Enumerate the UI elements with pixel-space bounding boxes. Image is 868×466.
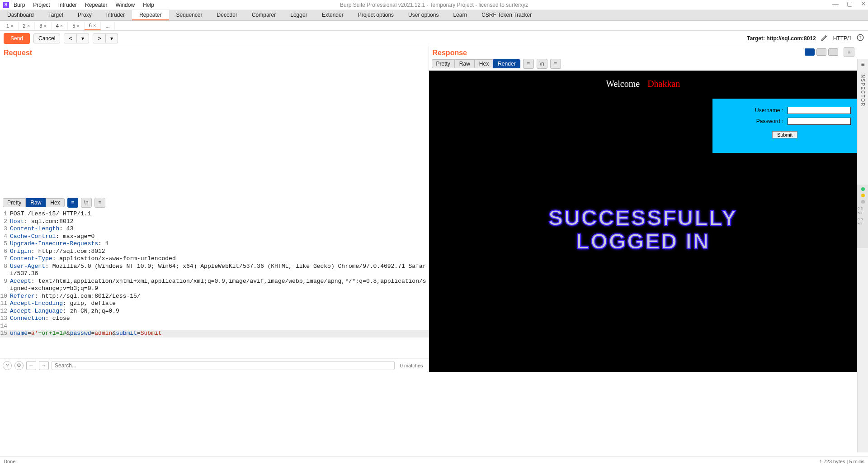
cancel-button[interactable]: Cancel xyxy=(33,33,60,43)
response-view-pretty[interactable]: Pretty xyxy=(432,59,455,68)
close-icon[interactable]: × xyxy=(60,23,63,29)
request-view-hex[interactable]: Hex xyxy=(46,198,64,207)
status-dot-grey xyxy=(861,200,865,204)
response-hamburger2-icon[interactable]: ≡ xyxy=(550,59,561,69)
subtab-3[interactable]: 3× xyxy=(35,22,52,30)
menu-project[interactable]: Project xyxy=(33,2,50,8)
history-back-button[interactable]: < xyxy=(64,33,77,43)
history-back-dropdown[interactable]: ▾ xyxy=(77,33,89,43)
menu-window[interactable]: Window xyxy=(115,2,135,8)
history-forward-group: > ▾ xyxy=(93,33,118,43)
rendered-response: Welcome Dhakkan Username : Password : Su… xyxy=(429,71,858,372)
tab-dashboard[interactable]: Dashboard xyxy=(0,10,41,20)
search-next-button[interactable]: → xyxy=(39,361,49,370)
response-panel: Response ≡ Pretty Raw Hex Render ≡ \n ≡ … xyxy=(429,46,868,372)
layout-rows-icon[interactable] xyxy=(816,48,826,56)
tab-learn[interactable]: Learn xyxy=(446,10,474,20)
menu-help[interactable]: Help xyxy=(143,2,154,8)
tab-decoder[interactable]: Decoder xyxy=(210,10,245,20)
menu-intruder[interactable]: Intruder xyxy=(58,2,77,8)
send-button[interactable]: Send xyxy=(4,33,30,44)
edit-target-icon[interactable] xyxy=(821,33,829,43)
tab-logger[interactable]: Logger xyxy=(283,10,314,20)
request-editor[interactable]: 1POST /Less-15/ HTTP/1.12Host: sql.com:8… xyxy=(0,209,429,358)
inspector-toggle-icon[interactable]: ≡ xyxy=(861,61,864,68)
status-dot-green xyxy=(861,187,865,191)
request-search-footer: ? ⚙ ← → 0 matches xyxy=(0,358,429,372)
request-view-actions-icon[interactable]: ≡ xyxy=(67,198,78,208)
tab-repeater[interactable]: Repeater xyxy=(132,10,169,20)
close-icon[interactable]: × xyxy=(76,23,79,29)
status-left: Done xyxy=(4,459,15,464)
request-hamburger-icon[interactable]: ≡ xyxy=(94,198,105,208)
maximize-button[interactable]: ▢ xyxy=(847,0,853,7)
tab-csrf-tracker[interactable]: CSRF Token Tracker xyxy=(474,10,539,20)
minimize-button[interactable]: — xyxy=(832,0,839,7)
tab-target[interactable]: Target xyxy=(41,10,71,20)
menubar: S Burp Project Intruder Repeater Window … xyxy=(0,0,868,10)
response-view-tabs: Pretty Raw Hex Render ≡ \n ≡ xyxy=(429,58,858,71)
target-label: Target: http://sql.com:8012 xyxy=(747,35,816,42)
menu-burp[interactable]: Burp xyxy=(14,2,25,8)
request-view-raw[interactable]: Raw xyxy=(26,198,46,207)
password-label: Password : xyxy=(756,118,783,124)
close-icon[interactable]: × xyxy=(27,23,30,29)
action-bar: Send Cancel < ▾ > ▾ Target: http://sql.c… xyxy=(0,31,868,46)
request-view-tabs: Pretty Raw Hex ≡ \n ≡ xyxy=(0,197,429,209)
welcome-prefix: Welcome xyxy=(606,79,640,89)
repeater-subtabs: 1× 2× 3× 4× 5× 6× ... xyxy=(0,21,868,31)
response-view-render[interactable]: Render xyxy=(493,59,520,68)
request-view-pretty[interactable]: Pretty xyxy=(3,198,26,207)
response-view-hex[interactable]: Hex xyxy=(475,59,493,68)
main-split: Request Pretty Raw Hex ≡ \n ≡ 1POST /Les… xyxy=(0,46,868,372)
status-right: 1,723 bytes | 5 millis xyxy=(820,459,864,464)
tab-intruder[interactable]: Intruder xyxy=(99,10,132,20)
login-submit-button[interactable]: Submit xyxy=(772,131,797,138)
subtab-overflow[interactable]: ... xyxy=(101,22,114,30)
menu-repeater[interactable]: Repeater xyxy=(85,2,107,8)
window-controls: — ▢ ✕ xyxy=(832,0,866,7)
close-icon[interactable]: × xyxy=(10,23,13,29)
response-hamburger-icon[interactable]: ≡ xyxy=(844,47,854,57)
tool-tabs: Dashboard Target Proxy Intruder Repeater… xyxy=(0,10,868,21)
history-forward-dropdown[interactable]: ▾ xyxy=(106,33,118,43)
response-view-raw[interactable]: Raw xyxy=(455,59,475,68)
subtab-6[interactable]: 6× xyxy=(85,21,101,30)
password-field[interactable] xyxy=(788,118,851,125)
tab-project-options[interactable]: Project options xyxy=(351,10,401,20)
tab-proxy[interactable]: Proxy xyxy=(71,10,99,20)
request-newline-icon[interactable]: \n xyxy=(81,198,92,208)
username-label: Username : xyxy=(755,107,783,114)
inspector-strip[interactable]: ≡ INSPECTOR xyxy=(857,59,868,452)
search-matches-label: 0 matches xyxy=(397,363,426,368)
subtab-2[interactable]: 2× xyxy=(19,22,35,30)
response-newline-icon[interactable]: \n xyxy=(537,59,547,69)
search-input[interactable] xyxy=(52,361,395,370)
layout-tabs-icon[interactable] xyxy=(828,48,838,56)
close-icon[interactable]: × xyxy=(93,23,96,28)
close-icon[interactable]: × xyxy=(43,23,46,29)
search-prev-button[interactable]: ← xyxy=(26,361,36,370)
svg-text:?: ? xyxy=(859,35,861,40)
status-bar: Done 1,723 bytes | 5 millis xyxy=(0,456,868,466)
tab-extender[interactable]: Extender xyxy=(315,10,351,20)
username-field[interactable] xyxy=(788,107,851,114)
subtab-1[interactable]: 1× xyxy=(2,22,19,30)
close-button[interactable]: ✕ xyxy=(861,0,866,7)
layout-columns-icon[interactable] xyxy=(805,48,815,56)
history-forward-button[interactable]: > xyxy=(93,33,106,43)
search-help-icon[interactable]: ? xyxy=(3,361,12,370)
success-message: SUCCESSFULLY LOGGED IN xyxy=(429,206,858,253)
search-settings-icon[interactable]: ⚙ xyxy=(14,361,24,370)
subtab-4[interactable]: 4× xyxy=(52,22,68,30)
tab-sequencer[interactable]: Sequencer xyxy=(169,10,210,20)
response-actions-icon[interactable]: ≡ xyxy=(523,59,534,69)
welcome-user: Dhakkan xyxy=(647,79,680,89)
protocol-label[interactable]: HTTP/1 xyxy=(833,35,852,42)
tab-comparer[interactable]: Comparer xyxy=(245,10,283,20)
tab-user-options[interactable]: User options xyxy=(401,10,446,20)
response-title: Response xyxy=(429,46,805,58)
help-icon[interactable]: ? xyxy=(856,33,864,43)
subtab-5[interactable]: 5× xyxy=(68,22,85,30)
rate-bottom: 0.0 k/s xyxy=(858,217,868,225)
